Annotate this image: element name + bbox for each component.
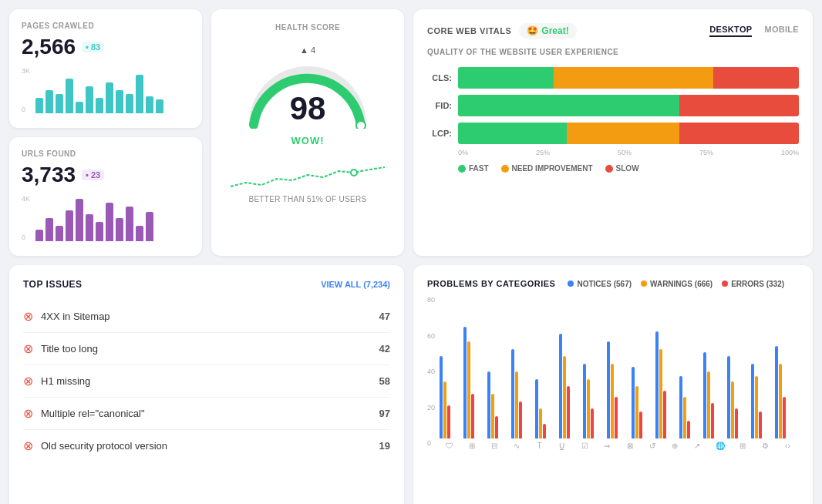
issue-count: 42 [379, 343, 390, 354]
issue-count: 97 [379, 408, 390, 419]
x-icon: ⊠ [618, 442, 641, 450]
bar [35, 98, 43, 113]
issue-count: 47 [379, 311, 390, 322]
bar [106, 82, 113, 113]
bar [66, 210, 73, 241]
bar-group [607, 341, 629, 438]
bar [146, 212, 153, 241]
y-label-40: 40 [427, 368, 435, 375]
bar-group [775, 346, 797, 438]
issue-text: 4XX in Sitemap [41, 311, 110, 322]
issue-count: 58 [379, 375, 390, 387]
v-bar [679, 376, 682, 438]
issue-text: Title too long [41, 343, 98, 354]
v-bar [711, 403, 714, 439]
issues-title: TOP ISSUES [23, 279, 83, 290]
issue-error-icon: ⊗ [23, 341, 33, 356]
bar [66, 79, 73, 113]
bar [116, 90, 123, 113]
v-bar [491, 394, 494, 438]
v-bar [615, 397, 618, 438]
v-bar [515, 371, 518, 438]
urls-found-value: 3,733 • 23 [22, 163, 190, 187]
problems-bars [438, 296, 799, 438]
bar-group [487, 371, 510, 438]
v-bar [539, 408, 542, 438]
v-bar [471, 394, 474, 438]
vitals-header: CORE WEB VITALS 🤩 Great! DESKTOP MOBILE [427, 23, 799, 39]
issue-count: 19 [379, 440, 390, 452]
issue-error-icon: ⊗ [23, 406, 33, 421]
bar [45, 90, 53, 113]
bar-group [463, 327, 486, 438]
v-bar [707, 371, 710, 438]
x-icon: ↺ [641, 442, 663, 450]
bar-group [632, 367, 654, 438]
tab-desktop[interactable]: DESKTOP [709, 25, 752, 37]
v-bar [447, 405, 450, 438]
x-icon: ↗ [686, 442, 709, 450]
urls-found-card: URLS FOUND 3,733 • 23 4K 0 [9, 137, 202, 256]
bar-group [751, 364, 773, 438]
great-text: Great! [541, 25, 568, 36]
bar [96, 222, 103, 241]
vital-lcp-bar [458, 123, 799, 144]
pages-crawled-label: PAGES CRAWLED [22, 22, 190, 30]
y-label-80: 80 [427, 296, 435, 304]
tab-mobile[interactable]: MOBILE [764, 25, 799, 37]
vital-row-cls: CLS: [427, 67, 799, 89]
quality-subtitle: QUALITY OF THE WEBSITE USER EXPERIENCE [427, 48, 799, 56]
health-score-card: HEALTH SCORE ▲ 4 98 WOW! BETTER THAN 51%… [211, 9, 404, 256]
v-bar [751, 364, 754, 438]
bar [56, 226, 63, 241]
bar [96, 98, 103, 113]
view-all-button[interactable]: VIEW ALL (7,234) [321, 280, 390, 289]
issue-left: ⊗ Title too long [23, 341, 98, 356]
pages-crawled-chart: 3K 0 [22, 67, 190, 113]
bar [136, 226, 143, 241]
v-bar [779, 364, 782, 438]
bar [86, 86, 93, 113]
better-label: BETTER THAN 51% OF USERS [248, 195, 366, 203]
urls-found-label: URLS FOUND [22, 150, 190, 158]
urls-found-y-axis: 4K 0 [22, 195, 30, 241]
x-icon: ⊟ [483, 442, 506, 450]
bar [76, 102, 83, 113]
x-icon: 🛡 [438, 442, 460, 450]
svg-point-0 [356, 121, 366, 129]
health-score-value: 98 [290, 92, 326, 125]
legend-slow: SLOW [605, 164, 639, 173]
vital-lcp-label: LCP: [427, 129, 452, 138]
issues-list: ⊗ 4XX in Sitemap 47 ⊗ Title too long 42 … [23, 301, 390, 462]
core-web-vitals-card: CORE WEB VITALS 🤩 Great! DESKTOP MOBILE … [413, 9, 813, 256]
urls-found-badge: • 23 [82, 170, 104, 180]
v-bar [663, 391, 666, 438]
issue-left: ⊗ Multiple rel="canonical" [23, 406, 145, 421]
x-icon: ⇒ [596, 442, 618, 450]
v-bar [755, 376, 758, 438]
x-icon: ⊞ [460, 442, 483, 450]
v-bar [731, 381, 734, 438]
pages-crawled-badge: • 83 [82, 42, 104, 52]
gauge-dot-label: ▲ 4 [300, 45, 315, 55]
prob-x-icons: 🛡⊞⊟∿TU̲☑⇒⊠↺⊕↗🌐⊞⚙‹› [438, 442, 799, 450]
y-label-0: 0 [427, 439, 435, 447]
legend-warnings: WARNINGS (666) [641, 280, 713, 288]
problems-bars-area: 🛡⊞⊟∿TU̲☑⇒⊠↺⊕↗🌐⊞⚙‹› [438, 296, 799, 450]
urls-found-chart: 4K 0 [22, 195, 190, 241]
vitals-x-axis: 0% 25% 50% 75% 100% [458, 149, 799, 156]
great-badge: 🤩 Great! [519, 23, 576, 39]
bar-group [559, 334, 581, 438]
issue-row: ⊗ Title too long 42 [23, 333, 390, 365]
v-bar [535, 379, 538, 439]
problems-title: PROBLEMS BY CATEGORIES [427, 279, 555, 288]
v-bar [587, 379, 590, 439]
great-emoji: 🤩 [527, 25, 538, 36]
bar [156, 99, 163, 113]
v-bar [591, 408, 594, 438]
vital-row-lcp: LCP: [427, 123, 799, 144]
bar-group [727, 356, 750, 438]
pages-crawled-value: 2,566 • 83 [22, 35, 190, 59]
v-bar [775, 346, 778, 438]
v-bar [611, 364, 614, 438]
